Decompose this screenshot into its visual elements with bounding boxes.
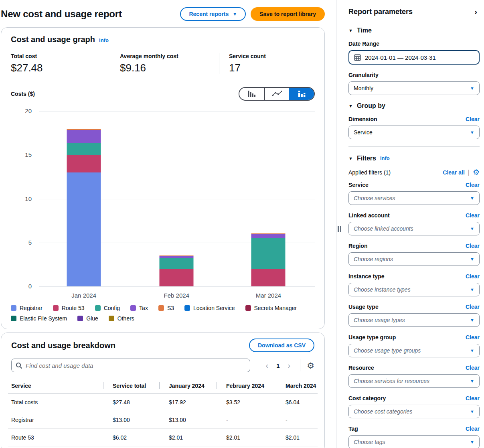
resource-clear-link[interactable]: Clear: [466, 365, 480, 371]
bar-segment-tax[interactable]: [67, 130, 101, 143]
legend-label: Others: [117, 315, 134, 322]
bar-segment-tax[interactable]: [251, 234, 286, 238]
resource-label: Resource: [348, 365, 466, 371]
bar-segment-config[interactable]: [160, 258, 194, 269]
bar-segment-config[interactable]: [251, 238, 286, 269]
column-header: February 2024: [217, 379, 276, 393]
search-input[interactable]: [26, 362, 246, 369]
filters-info-link[interactable]: Info: [380, 155, 390, 161]
download-csv-button[interactable]: Download as CSV: [249, 339, 314, 352]
group-by-section-header[interactable]: ▼ Group by: [348, 102, 480, 109]
linked-account-select[interactable]: Choose linked accounts▼: [348, 222, 480, 235]
date-range-input[interactable]: 2024-01-01 — 2024-03-31: [348, 50, 480, 65]
legend-item[interactable]: Tax: [130, 305, 148, 311]
legend-swatch: [77, 316, 83, 321]
table-cell: Route 53: [8, 429, 103, 446]
calendar-icon: [354, 54, 361, 61]
instance-type-clear-link[interactable]: Clear: [466, 273, 480, 280]
dimension-clear-link[interactable]: Clear: [466, 116, 480, 122]
time-section-header[interactable]: ▼ Time: [348, 27, 480, 34]
region-clear-link[interactable]: Clear: [466, 243, 480, 249]
panel-resize-handle[interactable]: [338, 226, 341, 232]
y-axis-tick-label: 5: [11, 239, 32, 246]
usage-type-placeholder: Choose usage types: [354, 317, 470, 323]
recent-reports-button[interactable]: Recent reports ▼: [180, 7, 246, 21]
bar-segment-tax[interactable]: [160, 256, 194, 258]
usage-type-group-select[interactable]: Choose usage type groups▼: [348, 344, 480, 357]
legend-item[interactable]: Secrets Manager: [245, 305, 297, 311]
bar-segment-route-53[interactable]: [251, 269, 286, 286]
usage-type-group-clear-link[interactable]: Clear: [466, 334, 480, 341]
bar-segment-route-53[interactable]: [160, 269, 194, 286]
legend-swatch: [109, 316, 114, 321]
triangle-down-icon: ▼: [348, 156, 353, 161]
legend-swatch: [11, 316, 16, 321]
save-to-report-library-button[interactable]: Save to report library: [251, 7, 325, 21]
bar-chart-toggle[interactable]: [239, 88, 264, 100]
line-chart-icon: [272, 90, 282, 97]
line-chart-toggle[interactable]: [264, 88, 289, 100]
bar-segment-s3[interactable]: [251, 233, 286, 234]
table-cell: $2.01: [217, 429, 276, 446]
legend-label: Registrar: [20, 305, 43, 311]
dimension-label: Dimension: [348, 116, 466, 122]
next-page-button[interactable]: ›: [285, 361, 294, 370]
usage-type-clear-link[interactable]: Clear: [466, 304, 480, 310]
table-cell: $2.01: [159, 429, 217, 446]
bar-segment-s3[interactable]: [160, 255, 194, 256]
usage-type-select[interactable]: Choose usage types▼: [348, 313, 480, 327]
bar-segment-route-53[interactable]: [67, 155, 101, 172]
sidebar-title: Report parameters: [348, 8, 474, 16]
bar-segment-config[interactable]: [67, 143, 101, 155]
region-select[interactable]: Choose regions▼: [348, 252, 480, 266]
filter-settings-gear-icon[interactable]: ⚙: [473, 168, 480, 176]
bar-segment-s3[interactable]: [67, 129, 101, 130]
instance-type-select[interactable]: Choose instance types▼: [348, 283, 480, 296]
legend-label: S3: [167, 305, 174, 311]
chevron-down-icon: ▼: [470, 379, 474, 383]
table-settings-gear-icon[interactable]: ⚙: [307, 361, 314, 370]
legend-item[interactable]: S3: [158, 305, 174, 311]
chevron-down-icon: ▼: [470, 409, 474, 414]
tag-select[interactable]: Choose tags▼: [348, 435, 480, 448]
y-axis-tick-label: 0: [11, 283, 32, 290]
legend-item[interactable]: Elastic File System: [11, 315, 67, 322]
legend-item[interactable]: Others: [109, 315, 134, 322]
stacked-bar-chart-toggle[interactable]: [289, 88, 314, 100]
resource-select[interactable]: Choose services for resources▼: [348, 374, 480, 388]
summary-stat: Service count17: [219, 53, 275, 74]
filter-label-row: Linked accountClear: [348, 212, 480, 219]
table-body: Total costs$27.48$17.92$3.52$6.04Registr…: [8, 393, 318, 446]
table-cell: -: [217, 411, 276, 429]
page-number[interactable]: 1: [273, 362, 283, 369]
legend-item[interactable]: Glue: [77, 315, 98, 322]
legend-label: Secrets Manager: [254, 305, 297, 311]
filters-section-header[interactable]: ▼ Filters: [348, 155, 376, 162]
service-clear-link[interactable]: Clear: [466, 182, 480, 188]
collapse-panel-chevron-icon[interactable]: ›: [474, 7, 480, 16]
page-header: New cost and usage report Recent reports…: [1, 7, 325, 21]
legend-item[interactable]: Location Service: [184, 305, 235, 311]
triangle-down-icon: ▼: [348, 103, 353, 108]
bar-segment-registrar[interactable]: [67, 172, 101, 286]
tag-clear-link[interactable]: Clear: [466, 426, 480, 432]
service-select[interactable]: Choose services▼: [348, 191, 480, 205]
cost-category-select[interactable]: Choose cost categories▼: [348, 405, 480, 418]
search-input-wrap: [11, 359, 250, 372]
stat-label: Service count: [229, 53, 266, 59]
granularity-select[interactable]: Monthly ▼: [348, 81, 480, 95]
cost-category-clear-link[interactable]: Clear: [466, 395, 480, 401]
x-axis-label: Jan 2024: [71, 292, 96, 299]
chevron-down-icon: ▼: [470, 86, 474, 91]
clear-all-filters-link[interactable]: Clear all: [443, 169, 464, 176]
legend-item[interactable]: Route 53: [53, 305, 85, 311]
linked-account-clear-link[interactable]: Clear: [466, 212, 480, 219]
legend-item[interactable]: Registrar: [11, 305, 43, 311]
page: New cost and usage report Recent reports…: [0, 0, 484, 448]
graph-info-link[interactable]: Info: [99, 37, 109, 43]
dimension-select[interactable]: Service ▼: [348, 126, 480, 139]
previous-page-button[interactable]: ‹: [262, 361, 271, 370]
legend-label: Elastic File System: [20, 315, 67, 322]
legend-item[interactable]: Config: [95, 305, 120, 311]
legend-label: Tax: [139, 305, 148, 311]
